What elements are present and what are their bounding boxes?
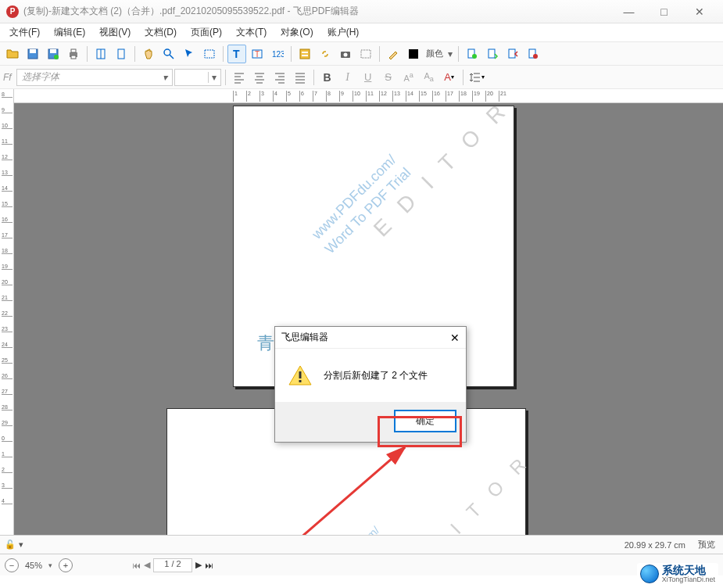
- dialog-close-button[interactable]: ✕: [436, 332, 460, 344]
- page-input[interactable]: 1 / 2: [153, 558, 192, 572]
- next-page-button[interactable]: ▶: [195, 560, 202, 570]
- svg-rect-18: [302, 55, 308, 56]
- last-page-button[interactable]: ⏭: [205, 561, 213, 570]
- message-dialog: 飞思编辑器 ✕ 分割后新创建了 2 个文件 确定: [274, 326, 467, 443]
- menu-doc[interactable]: 文档(D): [138, 23, 183, 41]
- vertical-ruler: 8910111213141516171819202122232425262728…: [0, 89, 14, 535]
- canvas[interactable]: E D I T O R www.PDFdu.com/ Word To PDF T…: [14, 103, 723, 535]
- text-spacing-button[interactable]: 123: [268, 45, 287, 63]
- menu-edit[interactable]: 编辑(E): [48, 23, 91, 41]
- edit-toolbar: Ff 选择字体 ▾ ▾ B I U S Aa Aa A▾ ▾: [0, 66, 723, 89]
- menu-page[interactable]: 页面(P): [184, 23, 228, 41]
- doc-insert-button[interactable]: [483, 45, 502, 63]
- doc-extract-button[interactable]: [503, 45, 522, 63]
- horizontal-ruler: 123456789101112131415161718192021: [14, 89, 723, 103]
- svg-text:T: T: [233, 48, 240, 60]
- strike-button[interactable]: S: [379, 68, 398, 87]
- align-left-button[interactable]: [230, 68, 249, 87]
- text-box-button[interactable]: T: [248, 45, 267, 63]
- italic-button[interactable]: I: [338, 68, 357, 87]
- doc-delete-button[interactable]: [524, 45, 542, 63]
- line-spacing-button[interactable]: ▾: [467, 68, 486, 87]
- menu-view[interactable]: 视图(V): [93, 23, 137, 41]
- svg-point-24: [472, 54, 477, 59]
- svg-rect-3: [50, 49, 56, 53]
- svg-point-20: [344, 52, 348, 56]
- zoom-tool-button[interactable]: [159, 45, 178, 63]
- color-picker-button[interactable]: [404, 45, 423, 63]
- font-size-select[interactable]: ▾: [174, 69, 221, 86]
- text-tool-button[interactable]: T: [227, 45, 246, 63]
- svg-rect-21: [361, 50, 370, 58]
- dialog-titlebar[interactable]: 飞思编辑器 ✕: [275, 327, 466, 349]
- svg-rect-30: [299, 380, 302, 382]
- svg-rect-9: [118, 49, 124, 59]
- snapshot-button[interactable]: [336, 45, 355, 63]
- menubar: 文件(F) 编辑(E) 视图(V) 文档(D) 页面(P) 文本(T) 对象(O…: [0, 23, 723, 42]
- zoom-level[interactable]: 45%: [25, 561, 42, 570]
- first-page-button[interactable]: ⏮: [132, 561, 141, 570]
- text-color-button[interactable]: A▾: [440, 68, 459, 87]
- lock-icon: 🔓: [5, 540, 16, 550]
- font-prefix-icon: Ff: [3, 72, 12, 83]
- superscript-button[interactable]: Aa: [399, 68, 418, 87]
- globe-icon: [640, 565, 659, 583]
- rect-select-button[interactable]: [200, 45, 219, 63]
- save-button[interactable]: [23, 45, 42, 63]
- warning-icon: [288, 364, 313, 386]
- select-tool-button[interactable]: [180, 45, 199, 63]
- svg-rect-16: [300, 49, 310, 59]
- app-icon: P: [6, 5, 19, 18]
- brand-watermark: 系统天地 XiTongTianDi.net: [637, 563, 718, 585]
- page-layout-button[interactable]: [91, 45, 110, 63]
- highlight-button[interactable]: [384, 45, 403, 63]
- prev-page-button[interactable]: ◀: [144, 560, 150, 570]
- hand-tool-button[interactable]: [139, 45, 158, 63]
- menu-account[interactable]: 账户(H): [321, 23, 366, 41]
- minimize-button[interactable]: —: [611, 1, 646, 23]
- underline-button[interactable]: U: [359, 68, 378, 87]
- statusbar-upper: 🔓 ▾ 20.99 x 29.7 cm 预览: [0, 535, 723, 554]
- svg-rect-25: [489, 49, 495, 58]
- brand-name: 系统天地: [662, 565, 715, 575]
- preview-label[interactable]: 预览: [698, 539, 715, 550]
- subscript-button[interactable]: Aa: [420, 68, 438, 87]
- print-button[interactable]: [64, 45, 83, 63]
- svg-rect-6: [71, 49, 76, 52]
- svg-rect-17: [302, 52, 308, 53]
- svg-rect-29: [299, 371, 302, 378]
- align-justify-button[interactable]: [291, 68, 310, 87]
- svg-rect-26: [509, 49, 515, 58]
- status-sep: ▾: [19, 540, 23, 550]
- align-center-button[interactable]: [250, 68, 269, 87]
- font-select[interactable]: 选择字体 ▾: [16, 69, 173, 86]
- titlebar: P (复制)-新建文本文档 (2)（合并）.pdf_20210205095539…: [0, 0, 723, 23]
- watermark-editor-2: E D I T O R: [401, 448, 536, 535]
- main-toolbar: T T 123 颜色 ▾: [0, 42, 723, 66]
- watermark-url-2: www.PDFdu.com/ Word To PDF Trial: [310, 522, 395, 535]
- menu-file[interactable]: 文件(F): [3, 23, 46, 41]
- dialog-message: 分割后新创建了 2 个文件: [324, 369, 428, 382]
- menu-text[interactable]: 文本(T): [230, 23, 273, 41]
- color-label: 颜色: [424, 48, 445, 59]
- save-as-button[interactable]: [44, 45, 63, 63]
- page-single-button[interactable]: [112, 45, 131, 63]
- svg-rect-7: [71, 56, 76, 59]
- form-button[interactable]: [295, 45, 314, 63]
- svg-rect-11: [205, 50, 214, 58]
- bold-button[interactable]: B: [318, 68, 337, 87]
- close-button[interactable]: ✕: [682, 1, 717, 23]
- zoom-out-button[interactable]: −: [5, 558, 19, 572]
- dialog-ok-button[interactable]: 确定: [394, 410, 456, 432]
- watermark-editor: E D I T O R: [367, 103, 517, 243]
- maximize-button[interactable]: □: [646, 1, 682, 23]
- open-button[interactable]: [3, 45, 22, 63]
- menu-object[interactable]: 对象(O): [274, 23, 319, 41]
- statusbar-lower: − 45% ▾ + ⏮ ◀ 1 / 2 ▶ ⏭: [0, 554, 723, 575]
- marquee-button[interactable]: [356, 45, 375, 63]
- svg-point-4: [54, 55, 59, 59]
- doc-add-button[interactable]: [463, 45, 481, 63]
- link-button[interactable]: [316, 45, 335, 63]
- align-right-button[interactable]: [270, 68, 289, 87]
- zoom-in-button[interactable]: +: [59, 558, 73, 572]
